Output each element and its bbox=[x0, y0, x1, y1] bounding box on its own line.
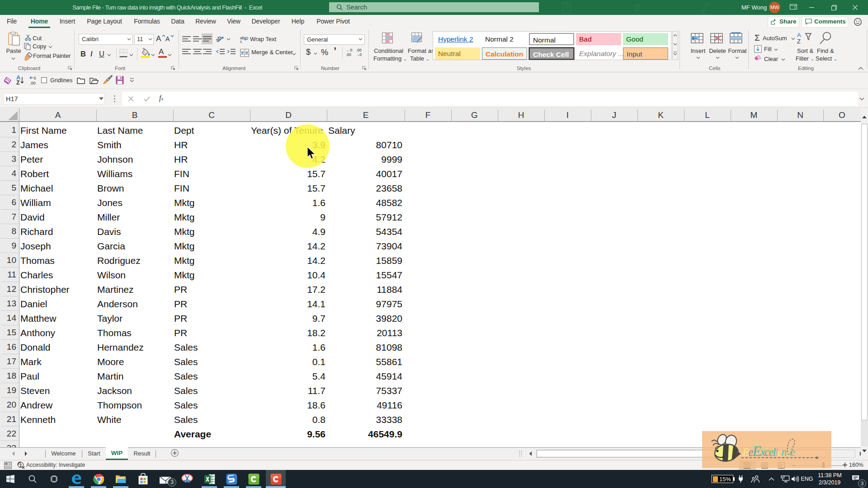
svg-text:A: A bbox=[797, 32, 801, 38]
svg-text:Z: Z bbox=[797, 38, 801, 44]
svg-text:→0: →0 bbox=[356, 52, 362, 57]
svg-text:c: c bbox=[240, 39, 242, 43]
svg-text:.00: .00 bbox=[30, 81, 36, 85]
svg-text:.00: .00 bbox=[346, 52, 351, 57]
svg-text:.00: .00 bbox=[356, 48, 362, 52]
svg-text:←0: ←0 bbox=[346, 48, 353, 52]
svg-text:0: 0 bbox=[34, 76, 36, 80]
svg-text:ab: ab bbox=[216, 34, 223, 43]
